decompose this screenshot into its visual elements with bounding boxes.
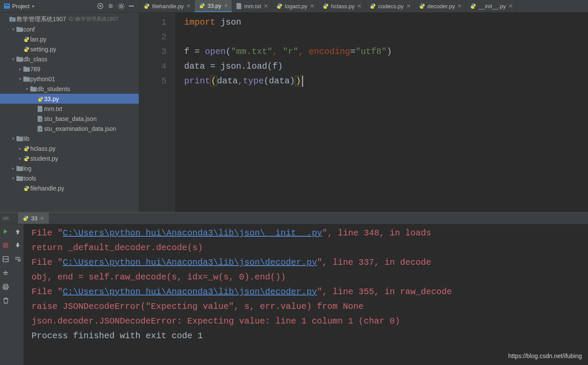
tab-mm-txt[interactable]: mm.txt✕ [232, 0, 272, 12]
svg-point-4 [120, 5, 122, 7]
tab-filehandle-py[interactable]: filehandle.py✕ [139, 0, 195, 12]
print-icon[interactable] [0, 282, 11, 292]
svg-rect-13 [129, 6, 134, 6]
tree-item-mm-txt[interactable]: mm.txt [0, 104, 139, 114]
tree-item-python01[interactable]: ▾python01 [0, 74, 139, 84]
rerun-icon[interactable] [0, 227, 11, 236]
close-icon[interactable]: ✕ [508, 3, 513, 9]
svg-text:J: J [39, 118, 41, 121]
svg-line-12 [122, 4, 123, 5]
project-tree[interactable]: 教学管理系统1907G:\教学管理系统1907▾conflan.pysettin… [0, 13, 139, 212]
wrap-icon[interactable] [13, 254, 23, 264]
close-icon[interactable]: ✕ [310, 3, 314, 9]
folder-icon [16, 56, 23, 63]
tab-label: mm.txt [244, 3, 261, 10]
close-icon[interactable]: ✕ [40, 215, 45, 222]
traceback-link-3[interactable]: C:\Users\python_hui\Anaconda3\lib\json\d… [63, 287, 317, 297]
tree-item-lib[interactable]: ▾lib [0, 133, 139, 143]
tab-decoder-py[interactable]: decoder.py✕ [415, 0, 466, 12]
tree-item-hclass-py[interactable]: ▸hclass.py [0, 143, 139, 153]
traceback-link-1[interactable]: C:\Users\python_hui\Anaconda3\lib\json\_… [63, 228, 322, 238]
py-icon [470, 3, 476, 9]
close-icon[interactable]: ✕ [264, 3, 268, 9]
console-output[interactable]: File "C:\Users\python_hui\Anaconda3\lib\… [24, 224, 588, 365]
chevron-right-icon[interactable]: ▸ [10, 166, 16, 171]
tree-item-conf[interactable]: ▾conf [0, 24, 139, 34]
dropdown-icon[interactable]: ▾ [32, 4, 34, 9]
tab-logact-py[interactable]: logact.py✕ [272, 0, 318, 12]
editor-body[interactable]: 12345 import json f = open("mm.txt", "r"… [139, 13, 588, 212]
svg-rect-23 [4, 288, 7, 289]
run-tab-label: 33 [31, 215, 37, 222]
line-number: 5 [139, 74, 166, 89]
tab-label: codecs.py [378, 3, 404, 10]
traceback-link-2[interactable]: C:\Users\python_hui\Anaconda3\lib\json\d… [63, 257, 317, 267]
tab-33-py[interactable]: 33.py✕ [195, 0, 232, 12]
tree-item--1907[interactable]: 教学管理系统1907G:\教学管理系统1907 [0, 14, 139, 24]
tree-item-log[interactable]: ▸log [0, 163, 139, 173]
filter-icon[interactable] [0, 268, 11, 278]
tree-item-789[interactable]: ▸789 [0, 64, 139, 74]
tree-item-setting-py[interactable]: setting.py [0, 44, 139, 54]
exit-message: Process finished with exit code 1 [32, 329, 588, 343]
py-icon [323, 3, 329, 9]
chevron-right-icon[interactable]: ▸ [17, 156, 22, 161]
tree-item-lan-py[interactable]: lan.py [0, 34, 139, 44]
tree-label: python01 [30, 76, 55, 83]
tree-item-33-py[interactable]: 33.py [0, 94, 139, 104]
close-icon[interactable]: ✕ [457, 3, 462, 9]
chevron-down-icon[interactable]: ▾ [24, 86, 29, 91]
tree-item-student-py[interactable]: ▸student.py [0, 153, 139, 163]
close-icon[interactable]: ✕ [224, 3, 228, 9]
hide-icon[interactable] [127, 1, 136, 11]
tab-codecs-py[interactable]: codecs.py✕ [365, 0, 415, 12]
tree-label: conf [23, 26, 35, 33]
up-icon[interactable] [13, 227, 23, 236]
close-icon[interactable]: ✕ [186, 3, 191, 9]
run-label: un: [0, 215, 18, 221]
select-opened-file-icon[interactable] [96, 1, 105, 11]
trash-icon[interactable] [0, 296, 11, 305]
folder-icon [22, 76, 30, 83]
chevron-right-icon[interactable]: ▸ [17, 67, 22, 71]
tab-hclass-py[interactable]: hclass.py✕ [318, 0, 365, 12]
tree-label: 教学管理系统1907 [16, 16, 66, 23]
tree-label: log [23, 165, 32, 172]
chevron-down-icon[interactable]: ▾ [10, 27, 16, 32]
run-tab[interactable]: 33 ✕ [18, 213, 49, 224]
py-icon [199, 3, 205, 9]
tree-item-db-students[interactable]: ▾db_students [0, 84, 139, 94]
chevron-right-icon[interactable]: ▸ [17, 146, 22, 151]
tree-label: 33.py [44, 95, 59, 102]
py-icon [22, 46, 30, 53]
line-number: 1 [139, 15, 166, 30]
chevron-down-icon[interactable]: ▾ [17, 76, 22, 81]
tree-item-tools[interactable]: ▾tools [0, 173, 139, 183]
run-header: un: 33 ✕ [0, 213, 588, 224]
close-icon[interactable]: ✕ [406, 3, 411, 9]
down-icon[interactable] [13, 241, 23, 250]
layout-icon[interactable] [0, 254, 11, 264]
collapse-all-icon[interactable] [106, 1, 115, 11]
file-icon [36, 105, 44, 112]
tree-item-filehandle-py[interactable]: filehandle.py [0, 183, 139, 193]
tree-item-stu-base-data-json[interactable]: Jstu_base_data.json [0, 114, 139, 124]
svg-rect-17 [3, 243, 8, 248]
chevron-down-icon[interactable]: ▾ [10, 176, 16, 181]
tab-label: 33.py [208, 3, 221, 9]
tree-item-stu-examination-data-json[interactable]: Jstu_examination_data.json [0, 124, 139, 133]
line-number: 4 [139, 59, 166, 74]
py-icon [22, 145, 30, 152]
project-icon [3, 3, 10, 10]
tab--init-py[interactable]: __init__.py✕ [466, 0, 517, 12]
chevron-down-icon[interactable]: ▾ [10, 136, 16, 141]
json-icon: J [36, 115, 44, 122]
close-icon[interactable]: ✕ [357, 3, 361, 9]
code-area[interactable]: import json f = open("mm.txt", "r", enco… [175, 13, 392, 212]
stop-icon[interactable] [0, 241, 11, 250]
chevron-down-icon[interactable]: ▾ [10, 57, 16, 61]
tree-item-db-class[interactable]: ▾db_class [0, 54, 139, 64]
tree-label: db_students [37, 86, 70, 92]
settings-icon[interactable] [116, 1, 126, 11]
py-icon [36, 95, 44, 102]
